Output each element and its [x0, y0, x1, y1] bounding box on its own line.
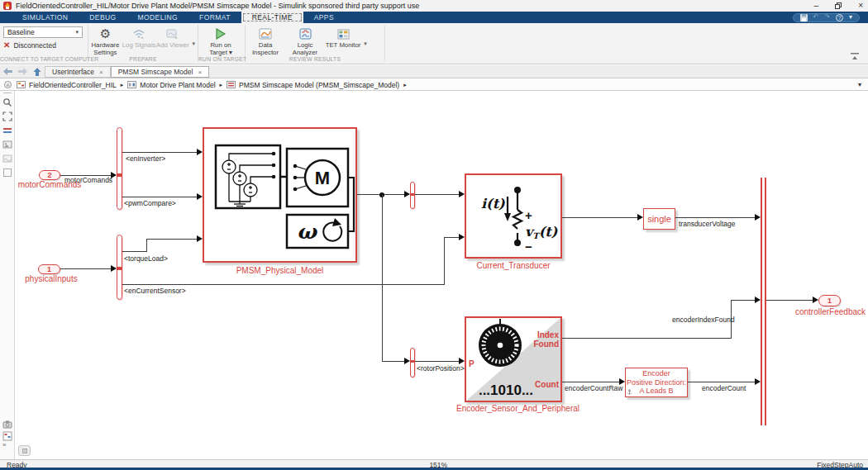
- wire-arrowhead: [813, 297, 818, 303]
- group-label-run: RUN ON TARGET: [198, 56, 245, 62]
- block-encoder-positive-direction[interactable]: Encoder Positive Direction: A Leads B: [625, 368, 688, 397]
- forward-icon[interactable]: [15, 65, 30, 78]
- connection-status[interactable]: ✕ Disconnected: [3, 41, 84, 50]
- collapse-ribbon-icon[interactable]: [850, 52, 860, 60]
- viewmark-icon[interactable]: [2, 154, 12, 164]
- tab-format[interactable]: FORMAT: [188, 12, 241, 23]
- target-computer-select[interactable]: Baseline ▾: [3, 26, 83, 38]
- inport-physicalinputs[interactable]: 1: [38, 264, 60, 274]
- tab-debug[interactable]: DEBUG: [79, 12, 126, 23]
- wire-arrowhead: [755, 378, 761, 385]
- group-prepare: ⚙ Hardware Settings Log Signals Add View…: [88, 23, 198, 64]
- restore-button[interactable]: [835, 2, 842, 9]
- inport-physicalinputs-label: physicalInputs: [18, 274, 84, 283]
- doc-tab-userinterface[interactable]: UserInterface ×: [45, 66, 111, 78]
- tab-apps[interactable]: APPS: [303, 12, 345, 23]
- breadcrumb-separator-icon: ▸: [403, 82, 407, 88]
- block-encoder-sensor[interactable]: ...1010... P Index Found Count: [465, 316, 562, 402]
- palette-more-icon[interactable]: »: [2, 441, 6, 449]
- tab-modeling[interactable]: MODELING: [127, 12, 189, 23]
- signal-wire[interactable]: [146, 240, 147, 252]
- redo-icon[interactable]: ↷: [824, 13, 830, 21]
- subsystem-icon: [127, 81, 136, 88]
- signal-wire[interactable]: [766, 300, 813, 301]
- inport-motorcommands[interactable]: 2: [39, 170, 60, 180]
- signal-wire[interactable]: [60, 268, 111, 269]
- signal-label: encoderIndexFound: [672, 316, 735, 324]
- outport-controllerfeedback[interactable]: 1: [818, 295, 841, 306]
- signal-label: <rotorPosition>: [417, 364, 465, 373]
- signal-wire[interactable]: [562, 217, 637, 218]
- signal-wire[interactable]: [415, 194, 459, 195]
- ribbon-tab-row: SIMULATION DEBUG MODELING FORMAT REAL-TI…: [0, 12, 868, 23]
- wire-arrowhead: [459, 191, 465, 197]
- sample-time-icon[interactable]: [2, 126, 12, 135]
- minimize-button[interactable]: –: [814, 0, 819, 12]
- signal-label: <pwmCompare>: [124, 199, 176, 207]
- block-label-encoder: Encoder_Sensor_And_Peripheral: [456, 404, 570, 413]
- zoom-icon[interactable]: [2, 97, 12, 107]
- close-button[interactable]: ×: [858, 0, 863, 12]
- help-icon[interactable]: ?: [836, 14, 843, 21]
- signal-wire[interactable]: [415, 361, 459, 362]
- navigate-up-icon[interactable]: [30, 65, 45, 78]
- wire-arrowhead: [404, 191, 410, 197]
- signal-spec-bar[interactable]: [410, 348, 415, 377]
- tab-real-time[interactable]: REAL-TIME: [241, 12, 303, 23]
- breadcrumb-options-icon[interactable]: ⊕: [4, 81, 12, 88]
- svg-text:P: P: [469, 359, 475, 368]
- breadcrumb-dropdown-icon[interactable]: ▾: [858, 81, 861, 88]
- signal-wire[interactable]: [731, 300, 755, 301]
- wire-arrowhead: [111, 265, 117, 272]
- hide-explorer-button[interactable]: [18, 445, 31, 456]
- qat-dropdown-icon[interactable]: ▾: [849, 13, 852, 21]
- signal-wire[interactable]: [444, 238, 445, 285]
- status-bar: Ready 151% FixedStepAuto: [0, 459, 868, 468]
- close-tab-icon[interactable]: ×: [99, 69, 103, 76]
- model-canvas[interactable]: [15, 91, 868, 459]
- breadcrumb-item-pmsm-model[interactable]: PMSM Simscape Model (PMSM_Simscape_Model…: [227, 81, 399, 89]
- signal-wire[interactable]: [122, 197, 197, 197]
- signal-wire[interactable]: [444, 237, 459, 238]
- bus-creator[interactable]: [761, 178, 766, 425]
- bus-selector-motorcommands[interactable]: [117, 127, 122, 210]
- close-tab-icon[interactable]: ×: [198, 69, 202, 76]
- block-pmsm-physical-model[interactable]: M ω: [203, 127, 357, 263]
- annotation-box-icon[interactable]: [2, 168, 12, 178]
- signal-label: <enCurrentSensor>: [124, 287, 186, 295]
- svg-text:...1010...: ...1010...: [479, 382, 533, 398]
- screenshot-icon[interactable]: [2, 420, 12, 430]
- model-data-icon[interactable]: [2, 431, 12, 441]
- quick-access-toolbar: ↶ ↷ ? ▾: [793, 13, 860, 22]
- back-icon[interactable]: [0, 65, 15, 78]
- signal-wire[interactable]: [382, 194, 383, 362]
- block-current-transducer[interactable]: i(t) + vT(t) −: [465, 173, 562, 259]
- encoder-block-graphic: ...1010... P Index Found Count: [466, 318, 560, 401]
- signal-wire[interactable]: [122, 251, 147, 252]
- signal-wire[interactable]: [562, 338, 731, 339]
- save-icon[interactable]: [800, 14, 808, 21]
- bus-port-tick: [117, 267, 122, 270]
- breadcrumb-item-plant-model[interactable]: Motor Drive Plant Model: [127, 81, 215, 89]
- signal-wire[interactable]: [562, 382, 619, 382]
- undo-icon[interactable]: ↶: [813, 13, 819, 21]
- signal-wire[interactable]: [675, 217, 755, 218]
- fit-to-view-icon[interactable]: [2, 112, 12, 121]
- signal-wire[interactable]: [382, 361, 404, 362]
- wire-arrowhead: [404, 358, 410, 364]
- signal-wire[interactable]: [688, 382, 755, 382]
- signal-wire[interactable]: [146, 239, 197, 240]
- doc-tab-pmsm-simscape-model[interactable]: PMSM Simscape Model ×: [111, 66, 209, 78]
- simulink-app-icon: [3, 2, 12, 10]
- tab-simulation[interactable]: SIMULATION: [12, 12, 79, 23]
- document-tab-strip: UserInterface × PMSM Simscape Model ×: [0, 65, 868, 78]
- add-viewer-icon: [166, 29, 179, 40]
- log-signals-icon: [132, 28, 145, 40]
- breadcrumb-item-root[interactable]: FieldOrientedController_HIL: [17, 81, 117, 89]
- signal-wire[interactable]: [122, 152, 197, 153]
- image-annotation-icon[interactable]: [2, 140, 12, 150]
- model-icon: [17, 81, 26, 88]
- signal-wire[interactable]: [122, 284, 444, 285]
- bus-port-tick: [117, 173, 122, 177]
- block-data-type-single[interactable]: single: [643, 208, 675, 230]
